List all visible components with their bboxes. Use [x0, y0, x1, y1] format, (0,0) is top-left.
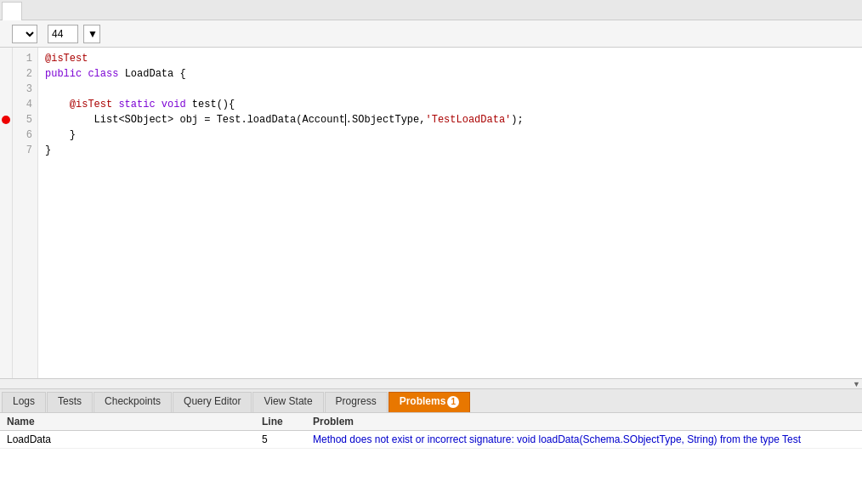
table-row: LoadData 5 Method does not exist or inco… — [0, 431, 862, 449]
code-editor: 1234567 @isTestpublic class LoadData { @… — [0, 48, 862, 379]
code-line: @isTest static void test(){ — [45, 97, 855, 112]
bottom-tabs: LogsTestsCheckpointsQuery EditorView Sta… — [0, 389, 862, 413]
tab-bar — [0, 0, 862, 20]
tab-query-editor[interactable]: Query Editor — [173, 392, 252, 412]
col-header-problem: Problem — [306, 413, 862, 431]
problems-panel: Name Line Problem LoadData 5 Method does… — [0, 413, 862, 504]
tab-problems[interactable]: Problems1 — [388, 392, 471, 412]
problem-name: LoadData — [0, 431, 255, 449]
error-marker — [2, 116, 10, 124]
col-header-line: Line — [255, 413, 306, 431]
code-line: @isTest — [45, 51, 855, 66]
tab-checkpoints[interactable]: Checkpoints — [94, 392, 172, 412]
bottom-area: LogsTestsCheckpointsQuery EditorView Sta… — [0, 389, 862, 504]
tab-progress[interactable]: Progress — [325, 392, 388, 412]
scroll-down-icon[interactable]: ▼ — [853, 380, 860, 388]
problem-description: Method does not exist or incorrect signa… — [306, 431, 862, 449]
col-header-name: Name — [0, 413, 255, 431]
code-line — [45, 82, 855, 97]
code-line: public class LoadData { — [45, 66, 855, 82]
editor-scrollbar: ▼ — [0, 379, 862, 389]
code-line: } — [45, 143, 855, 158]
code-coverage-select[interactable] — [12, 25, 37, 43]
tab-view-state[interactable]: View State — [252, 392, 323, 412]
line-numbers: 1234567 — [13, 48, 38, 378]
api-version-dropdown-button[interactable]: ▼ — [83, 25, 100, 43]
tab-logs[interactable]: Logs — [2, 392, 46, 412]
code-content[interactable]: @isTestpublic class LoadData { @isTest s… — [38, 48, 862, 378]
code-line: } — [45, 127, 855, 143]
code-line: List<SObject> obj = Test.loadData(Accoun… — [45, 112, 855, 127]
api-version-input[interactable] — [48, 25, 78, 43]
toolbar: ▼ — [0, 20, 862, 48]
error-gutter — [0, 48, 13, 378]
problem-line: 5 — [255, 431, 306, 449]
problems-table: Name Line Problem LoadData 5 Method does… — [0, 413, 862, 449]
tab-tests[interactable]: Tests — [47, 392, 93, 412]
file-tab[interactable] — [2, 2, 22, 20]
tab-badge: 1 — [447, 396, 459, 408]
